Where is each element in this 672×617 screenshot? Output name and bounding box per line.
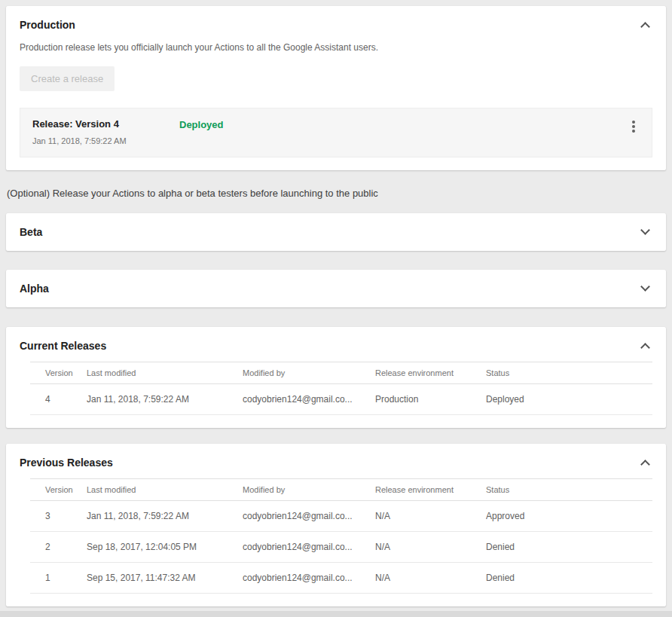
chevron-up-icon[interactable]	[640, 22, 650, 32]
optional-release-note: (Optional) Release your Actions to alpha…	[7, 188, 666, 199]
cell-modified-by: codyobrien124@gmail.co...	[243, 384, 375, 415]
beta-title: Beta	[20, 226, 42, 238]
col-last-modified: Last modified	[87, 479, 243, 501]
cell-last-modified: Jan 11, 2018, 7:59:22 AM	[87, 501, 243, 532]
chevron-up-icon[interactable]	[640, 343, 650, 353]
kebab-menu-icon[interactable]	[628, 118, 640, 135]
cell-status: Deployed	[486, 384, 652, 415]
beta-card-header[interactable]: Beta	[20, 226, 652, 238]
table-row: 4 Jan 11, 2018, 7:59:22 AM codyobrien124…	[30, 384, 652, 415]
previous-releases-card: Previous Releases Version Last modified …	[6, 444, 666, 606]
alpha-card-header[interactable]: Alpha	[20, 283, 652, 295]
cell-modified-by: codyobrien124@gmail.co...	[243, 532, 375, 563]
cell-status: Approved	[486, 501, 652, 532]
cell-release-environment: N/A	[375, 563, 486, 594]
previous-releases-title: Previous Releases	[20, 457, 113, 469]
cell-version: 1	[30, 563, 87, 594]
cell-version: 2	[30, 532, 87, 563]
release-info: Release: Version 4 Jan 11, 2018, 7:59:22…	[32, 118, 179, 145]
table-header-row: Version Last modified Modified by Releas…	[30, 362, 652, 384]
create-release-button[interactable]: Create a release	[20, 66, 115, 91]
table-header-row: Version Last modified Modified by Releas…	[30, 479, 652, 501]
cell-status: Denied	[486, 563, 652, 594]
col-release-environment: Release environment	[375, 479, 486, 501]
page-bottom-strip	[0, 611, 672, 617]
beta-card: Beta	[6, 213, 666, 251]
current-releases-card: Current Releases Version Last modified M…	[6, 327, 666, 428]
col-status: Status	[486, 362, 652, 384]
col-status: Status	[486, 479, 652, 501]
col-last-modified: Last modified	[87, 362, 243, 384]
cell-release-environment: N/A	[375, 532, 486, 563]
chevron-down-icon[interactable]	[640, 225, 650, 235]
col-modified-by: Modified by	[243, 362, 375, 384]
previous-releases-table: Version Last modified Modified by Releas…	[30, 478, 652, 594]
cell-last-modified: Sep 18, 2017, 12:04:05 PM	[87, 532, 243, 563]
cell-last-modified: Sep 15, 2017, 11:47:32 AM	[87, 563, 243, 594]
table-row: 3 Jan 11, 2018, 7:59:22 AM codyobrien124…	[30, 501, 652, 532]
production-title: Production	[20, 19, 75, 31]
cell-version: 3	[30, 501, 87, 532]
cell-release-environment: Production	[375, 384, 486, 415]
previous-releases-header[interactable]: Previous Releases	[20, 457, 652, 469]
current-releases-title: Current Releases	[20, 340, 106, 352]
production-card: Production Production release lets you o…	[6, 6, 666, 170]
chevron-up-icon[interactable]	[640, 460, 650, 469]
col-version: Version	[30, 362, 87, 384]
release-status-badge: Deployed	[179, 119, 224, 130]
current-releases-header[interactable]: Current Releases	[20, 340, 652, 352]
releases-page: Production Production release lets you o…	[0, 0, 672, 612]
current-releases-table: Version Last modified Modified by Releas…	[30, 362, 652, 415]
alpha-title: Alpha	[20, 283, 49, 295]
production-description: Production release lets you officially l…	[20, 42, 652, 53]
release-date: Jan 11, 2018, 7:59:22 AM	[32, 136, 179, 145]
cell-status: Denied	[486, 532, 652, 563]
col-version: Version	[30, 479, 87, 501]
table-row: 1 Sep 15, 2017, 11:47:32 AM codyobrien12…	[30, 563, 652, 594]
cell-version: 4	[30, 384, 87, 415]
chevron-down-icon[interactable]	[640, 282, 650, 292]
cell-last-modified: Jan 11, 2018, 7:59:22 AM	[87, 384, 243, 415]
release-name: Release: Version 4	[32, 118, 179, 130]
col-modified-by: Modified by	[243, 479, 375, 501]
production-card-header[interactable]: Production	[20, 19, 652, 31]
alpha-card: Alpha	[6, 270, 666, 307]
table-row: 2 Sep 18, 2017, 12:04:05 PM codyobrien12…	[30, 532, 652, 563]
production-release-row: Release: Version 4 Jan 11, 2018, 7:59:22…	[20, 108, 652, 157]
cell-release-environment: N/A	[375, 501, 486, 532]
col-release-environment: Release environment	[375, 362, 486, 384]
cell-modified-by: codyobrien124@gmail.co...	[243, 501, 375, 532]
cell-modified-by: codyobrien124@gmail.co...	[243, 563, 375, 594]
